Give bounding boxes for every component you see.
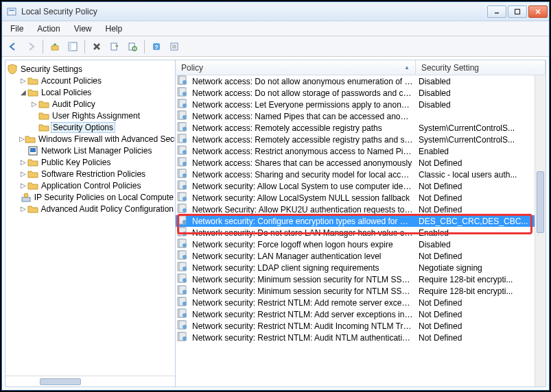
policy-name: Network security: Configure encryption t… (189, 217, 416, 226)
expander-icon[interactable]: ▷ (19, 135, 25, 143)
tree-hscrollbar[interactable] (5, 376, 175, 387)
tree-item[interactable]: User Rights Assignment (5, 110, 175, 121)
show-tree-button[interactable] (65, 38, 81, 55)
forward-button[interactable] (23, 38, 39, 55)
policy-name: Network security: LDAP client signing re… (189, 263, 416, 273)
tree-item[interactable]: ◢Local Policies (5, 86, 175, 98)
list-row[interactable]: Network access: Do not allow storage of … (176, 87, 546, 99)
svg-rect-3 (515, 9, 520, 14)
policy-setting: Require 128-bit encrypti... (416, 275, 546, 284)
tree-item[interactable]: ▷Advanced Audit Policy Configuration (5, 203, 175, 215)
tree-item-label: Account Policies (40, 76, 103, 86)
menu-help[interactable]: Help (100, 23, 128, 35)
svg-point-31 (183, 103, 187, 108)
svg-point-67 (183, 243, 187, 247)
folder-icon (38, 110, 49, 121)
minimize-button[interactable] (487, 5, 506, 18)
svg-point-73 (183, 267, 187, 271)
expander-icon[interactable]: ▷ (19, 77, 27, 84)
svg-point-52 (183, 185, 187, 189)
menu-action[interactable]: Action (32, 23, 65, 35)
policy-icon (176, 320, 189, 332)
list-row[interactable]: Network security: Do not store LAN Manag… (176, 227, 546, 238)
ipsec-icon (21, 192, 32, 203)
help-button[interactable]: ? (148, 38, 165, 55)
list-row[interactable]: Network security: Minimum session securi… (176, 273, 546, 285)
tree-item-label: User Rights Assignment (51, 111, 141, 121)
list-row[interactable]: Network security: LAN Manager authentica… (176, 250, 546, 262)
list-row[interactable]: Network access: Sharing and security mod… (176, 169, 546, 180)
maximize-button[interactable] (508, 5, 527, 18)
tree-item[interactable]: ▷Application Control Policies (5, 180, 175, 191)
col-setting[interactable]: Security Setting (416, 60, 546, 75)
svg-point-49 (183, 173, 187, 177)
expander-icon[interactable]: ▷ (19, 158, 27, 166)
list-row[interactable]: Network access: Remotely accessible regi… (176, 134, 546, 145)
properties-button[interactable] (166, 38, 183, 55)
tree-root[interactable]: Security Settings (5, 63, 175, 75)
menu-view[interactable]: View (69, 23, 97, 35)
policy-name: Network access: Named Pipes that can be … (189, 112, 416, 121)
expander-icon[interactable]: ▷ (30, 100, 38, 108)
content-area: Security Settings▷Account Policies◢Local… (5, 60, 546, 387)
policy-name: Network security: Restrict NTLM: Add rem… (189, 298, 416, 308)
tree-item[interactable]: Security Options (5, 121, 175, 133)
delete-button[interactable] (89, 38, 105, 55)
policy-setting: Not Defined (416, 193, 546, 203)
policy-setting: Classic - local users auth... (416, 170, 546, 180)
close-button[interactable] (528, 5, 548, 18)
list-row[interactable]: Network security: Restrict NTLM: Audit N… (176, 332, 546, 343)
list-row[interactable]: Network security: Restrict NTLM: Audit I… (176, 320, 546, 332)
expander-icon[interactable]: ▷ (19, 205, 27, 212)
list-row[interactable]: Network security: Allow Local System to … (176, 180, 546, 192)
list-row[interactable]: Network access: Restrict anonymous acces… (176, 145, 546, 157)
list-vscrollbar[interactable] (535, 75, 546, 387)
back-button[interactable] (5, 38, 21, 55)
col-setting-label: Security Setting (421, 63, 479, 73)
folder-icon (25, 134, 36, 145)
list-row[interactable]: Network access: Shares that can be acces… (176, 157, 546, 169)
expander-icon[interactable]: ▷ (19, 170, 27, 177)
menu-file[interactable]: File (5, 23, 29, 35)
expander-icon[interactable]: ▷ (19, 182, 27, 189)
policy-setting: Not Defined (416, 252, 546, 261)
policy-icon (176, 122, 189, 134)
titlebar[interactable]: Local Security Policy (2, 2, 549, 21)
list-row[interactable]: Network security: LDAP client signing re… (176, 262, 546, 273)
policy-name: Network access: Remotely accessible regi… (189, 123, 416, 133)
list-row[interactable]: Network access: Let Everyone permissions… (176, 99, 546, 110)
app-window: Local Security Policy File Action View H… (1, 1, 550, 391)
tree-item[interactable]: IP Security Policies on Local Compute (5, 191, 175, 203)
list-row[interactable]: Network security: Allow LocalSystem NULL… (176, 192, 546, 204)
list-header: Policy ▲ Security Setting (176, 60, 546, 75)
tree-item-label: Public Key Policies (40, 158, 112, 167)
policy-name: Network access: Remotely accessible regi… (189, 135, 416, 145)
tree-item[interactable]: Network List Manager Policies (5, 145, 175, 156)
policy-setting: Not Defined (416, 298, 546, 308)
tree-item[interactable]: ▷Audit Policy (5, 98, 175, 110)
svg-point-37 (183, 127, 187, 131)
col-policy[interactable]: Policy ▲ (176, 60, 416, 75)
svg-point-61 (183, 220, 187, 224)
list-row[interactable]: Network security: Restrict NTLM: Add ser… (176, 308, 546, 320)
expander-icon[interactable]: ◢ (19, 88, 27, 96)
up-button[interactable] (47, 38, 63, 55)
tree-item[interactable]: ▷Software Restriction Policies (5, 168, 175, 180)
export-button[interactable] (106, 38, 123, 55)
list-row[interactable]: Network access: Do not allow anonymous e… (176, 75, 546, 87)
list-row[interactable]: Network access: Named Pipes that can be … (176, 110, 546, 122)
svg-point-58 (183, 208, 187, 212)
tree-item[interactable]: ▷Windows Firewall with Advanced Secu (5, 133, 175, 145)
list-row[interactable]: Network security: Restrict NTLM: Add rem… (176, 297, 546, 308)
tree-item[interactable]: ▷Public Key Policies (5, 156, 175, 168)
tree-item[interactable]: ▷Account Policies (5, 75, 175, 86)
policy-setting: Not Defined (416, 310, 546, 319)
list-row[interactable]: Network Security: Allow PKU2U authentica… (176, 204, 546, 215)
list-row[interactable]: Network security: Force logoff when logo… (176, 238, 546, 250)
list-row[interactable]: Network security: Configure encryption t… (176, 215, 546, 227)
tree-item-label: IP Security Policies on Local Compute (33, 193, 175, 202)
refresh-button[interactable] (124, 38, 141, 55)
list-row[interactable]: Network security: Minimum session securi… (176, 285, 546, 297)
policy-icon (176, 134, 189, 145)
list-row[interactable]: Network access: Remotely accessible regi… (176, 122, 546, 134)
